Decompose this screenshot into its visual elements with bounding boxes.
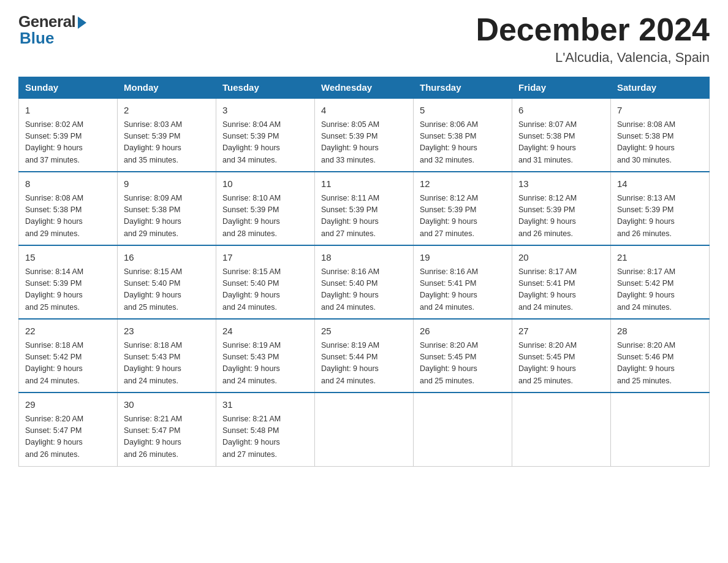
day-info: Sunrise: 8:17 AMSunset: 5:42 PMDaylight:… (617, 266, 703, 314)
day-number: 20 (518, 251, 604, 265)
day-info: Sunrise: 8:16 AMSunset: 5:40 PMDaylight:… (321, 266, 407, 314)
day-number: 27 (518, 324, 604, 339)
day-info: Sunrise: 8:20 AMSunset: 5:45 PMDaylight:… (518, 340, 604, 388)
day-number: 11 (321, 177, 407, 191)
day-info: Sunrise: 8:21 AMSunset: 5:48 PMDaylight:… (222, 413, 308, 461)
calendar-cell: 26Sunrise: 8:20 AMSunset: 5:45 PMDayligh… (414, 319, 512, 393)
day-info: Sunrise: 8:18 AMSunset: 5:43 PMDaylight:… (124, 340, 210, 388)
day-info: Sunrise: 8:21 AMSunset: 5:47 PMDaylight:… (124, 413, 210, 461)
day-info: Sunrise: 8:03 AMSunset: 5:39 PMDaylight:… (124, 119, 210, 167)
day-info: Sunrise: 8:20 AMSunset: 5:45 PMDaylight:… (420, 340, 506, 388)
column-header-wednesday: Wednesday (315, 77, 414, 99)
calendar-cell: 28Sunrise: 8:20 AMSunset: 5:46 PMDayligh… (611, 319, 710, 393)
calendar-cell: 14Sunrise: 8:13 AMSunset: 5:39 PMDayligh… (611, 172, 710, 245)
logo-blue-text: Blue (20, 29, 54, 48)
day-info: Sunrise: 8:17 AMSunset: 5:41 PMDaylight:… (518, 266, 604, 314)
day-info: Sunrise: 8:05 AMSunset: 5:39 PMDaylight:… (321, 119, 407, 167)
calendar-cell: 12Sunrise: 8:12 AMSunset: 5:39 PMDayligh… (414, 172, 512, 245)
day-number: 3 (222, 104, 308, 118)
calendar-cell: 27Sunrise: 8:20 AMSunset: 5:45 PMDayligh… (512, 319, 611, 393)
column-header-tuesday: Tuesday (216, 77, 315, 99)
day-number: 17 (222, 251, 308, 265)
day-number: 25 (321, 324, 407, 339)
day-info: Sunrise: 8:02 AMSunset: 5:39 PMDaylight:… (25, 119, 111, 167)
column-header-saturday: Saturday (611, 77, 710, 99)
day-number: 2 (124, 104, 210, 118)
day-info: Sunrise: 8:11 AMSunset: 5:39 PMDaylight:… (321, 193, 407, 240)
calendar-cell: 18Sunrise: 8:16 AMSunset: 5:40 PMDayligh… (315, 245, 414, 319)
day-number: 5 (420, 104, 506, 118)
calendar-cell: 21Sunrise: 8:17 AMSunset: 5:42 PMDayligh… (611, 245, 710, 319)
calendar-cell: 9Sunrise: 8:09 AMSunset: 5:38 PMDaylight… (118, 172, 216, 245)
calendar-week-row: 22Sunrise: 8:18 AMSunset: 5:42 PMDayligh… (19, 319, 710, 393)
day-number: 13 (518, 177, 604, 191)
calendar-table: SundayMondayTuesdayWednesdayThursdayFrid… (18, 77, 710, 467)
calendar-cell (414, 393, 512, 466)
day-info: Sunrise: 8:06 AMSunset: 5:38 PMDaylight:… (420, 119, 506, 167)
day-number: 12 (420, 177, 506, 191)
day-number: 9 (124, 177, 210, 191)
calendar-cell: 8Sunrise: 8:08 AMSunset: 5:38 PMDaylight… (19, 172, 118, 245)
logo-arrow-icon (78, 17, 86, 29)
day-info: Sunrise: 8:12 AMSunset: 5:39 PMDaylight:… (420, 193, 506, 240)
calendar-cell: 15Sunrise: 8:14 AMSunset: 5:39 PMDayligh… (19, 245, 118, 319)
calendar-title: December 2024 (476, 12, 710, 47)
day-number: 18 (321, 251, 407, 265)
day-info: Sunrise: 8:12 AMSunset: 5:39 PMDaylight:… (518, 193, 604, 240)
page-header: General Blue December 2024 L'Alcudia, Va… (18, 12, 710, 66)
column-header-monday: Monday (118, 77, 216, 99)
calendar-cell: 30Sunrise: 8:21 AMSunset: 5:47 PMDayligh… (118, 393, 216, 466)
day-info: Sunrise: 8:18 AMSunset: 5:42 PMDaylight:… (25, 340, 111, 388)
day-number: 15 (25, 251, 111, 265)
calendar-cell: 31Sunrise: 8:21 AMSunset: 5:48 PMDayligh… (216, 393, 315, 466)
calendar-cell: 10Sunrise: 8:10 AMSunset: 5:39 PMDayligh… (216, 172, 315, 245)
day-info: Sunrise: 8:14 AMSunset: 5:39 PMDaylight:… (25, 266, 111, 314)
day-number: 24 (222, 324, 308, 339)
day-number: 26 (420, 324, 506, 339)
calendar-cell: 6Sunrise: 8:07 AMSunset: 5:38 PMDaylight… (512, 98, 611, 172)
day-number: 22 (25, 324, 111, 339)
calendar-cell (611, 393, 710, 466)
calendar-week-row: 15Sunrise: 8:14 AMSunset: 5:39 PMDayligh… (19, 245, 710, 319)
day-info: Sunrise: 8:19 AMSunset: 5:44 PMDaylight:… (321, 340, 407, 388)
logo: General Blue (18, 12, 86, 48)
day-info: Sunrise: 8:04 AMSunset: 5:39 PMDaylight:… (222, 119, 308, 167)
calendar-cell: 23Sunrise: 8:18 AMSunset: 5:43 PMDayligh… (118, 319, 216, 393)
calendar-week-row: 1Sunrise: 8:02 AMSunset: 5:39 PMDaylight… (19, 98, 710, 172)
day-info: Sunrise: 8:08 AMSunset: 5:38 PMDaylight:… (25, 193, 111, 240)
calendar-week-row: 8Sunrise: 8:08 AMSunset: 5:38 PMDaylight… (19, 172, 710, 245)
calendar-header-row: SundayMondayTuesdayWednesdayThursdayFrid… (19, 77, 710, 99)
day-number: 30 (124, 398, 210, 412)
calendar-week-row: 29Sunrise: 8:20 AMSunset: 5:47 PMDayligh… (19, 393, 710, 466)
calendar-cell: 19Sunrise: 8:16 AMSunset: 5:41 PMDayligh… (414, 245, 512, 319)
day-number: 31 (222, 398, 308, 412)
day-number: 8 (25, 177, 111, 191)
calendar-cell: 24Sunrise: 8:19 AMSunset: 5:43 PMDayligh… (216, 319, 315, 393)
calendar-location: L'Alcudia, Valencia, Spain (476, 50, 710, 66)
day-number: 7 (617, 104, 703, 118)
column-header-sunday: Sunday (19, 77, 118, 99)
day-number: 23 (124, 324, 210, 339)
calendar-cell: 3Sunrise: 8:04 AMSunset: 5:39 PMDaylight… (216, 98, 315, 172)
calendar-cell: 4Sunrise: 8:05 AMSunset: 5:39 PMDaylight… (315, 98, 414, 172)
day-info: Sunrise: 8:07 AMSunset: 5:38 PMDaylight:… (518, 119, 604, 167)
column-header-friday: Friday (512, 77, 611, 99)
day-number: 21 (617, 251, 703, 265)
calendar-cell: 11Sunrise: 8:11 AMSunset: 5:39 PMDayligh… (315, 172, 414, 245)
day-number: 28 (617, 324, 703, 339)
calendar-cell: 22Sunrise: 8:18 AMSunset: 5:42 PMDayligh… (19, 319, 118, 393)
day-info: Sunrise: 8:10 AMSunset: 5:39 PMDaylight:… (222, 193, 308, 240)
day-number: 4 (321, 104, 407, 118)
calendar-cell: 5Sunrise: 8:06 AMSunset: 5:38 PMDaylight… (414, 98, 512, 172)
day-info: Sunrise: 8:16 AMSunset: 5:41 PMDaylight:… (420, 266, 506, 314)
day-number: 16 (124, 251, 210, 265)
calendar-cell (315, 393, 414, 466)
day-number: 10 (222, 177, 308, 191)
calendar-cell: 29Sunrise: 8:20 AMSunset: 5:47 PMDayligh… (19, 393, 118, 466)
calendar-cell: 7Sunrise: 8:08 AMSunset: 5:38 PMDaylight… (611, 98, 710, 172)
day-number: 19 (420, 251, 506, 265)
calendar-cell: 20Sunrise: 8:17 AMSunset: 5:41 PMDayligh… (512, 245, 611, 319)
day-info: Sunrise: 8:20 AMSunset: 5:46 PMDaylight:… (617, 340, 703, 388)
day-number: 1 (25, 104, 111, 118)
calendar-cell: 2Sunrise: 8:03 AMSunset: 5:39 PMDaylight… (118, 98, 216, 172)
